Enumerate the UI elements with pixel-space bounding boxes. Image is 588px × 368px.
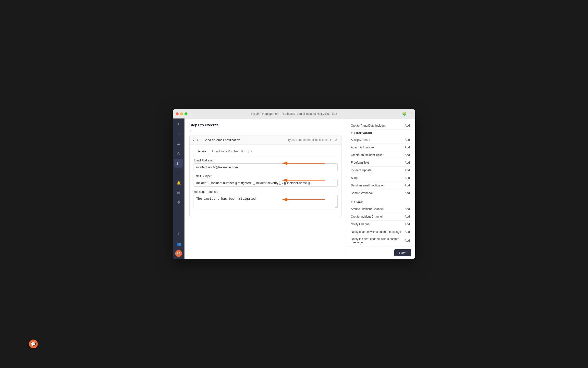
message-template-label: Message Template <box>194 190 338 194</box>
titlebar-actions: 🧩 ⋮ <box>402 112 412 116</box>
slack-category-header[interactable]: ∨ Slack <box>351 199 411 205</box>
tab-details[interactable]: Details <box>194 148 209 155</box>
sidebar-item-runbooks[interactable]: ▤ <box>174 159 183 168</box>
puzzle-icon[interactable]: 🧩 <box>402 112 406 116</box>
help-icon: ? <box>178 231 180 235</box>
action-incident-update: Incident Update Add <box>351 167 411 174</box>
more-icon[interactable]: ⋮ <box>408 112 412 116</box>
email-subject-input[interactable] <box>194 179 338 187</box>
right-panel-footer: Save <box>347 247 415 259</box>
sidebar-item-cloud[interactable]: ☁ <box>174 139 183 148</box>
chevron-right-icon: › <box>178 122 179 126</box>
step-item: ∨ 1 Type: Send an email notification » ×… <box>189 135 342 216</box>
sidebar-item-help[interactable]: ? <box>174 229 183 238</box>
window-title: Incident management · Runbooks · Email I… <box>251 112 337 116</box>
firehydrant-category-header[interactable]: ∨ FireHydrant <box>351 130 411 136</box>
slack-actions-list: Archive Incident Channel Add Create Inci… <box>351 205 411 246</box>
main-layout: › ⌂ ☁ ◎ ▤ ⑂ 🔔 ⊞ ⚙ <box>173 118 415 259</box>
app-window: Incident management · Runbooks · Email I… <box>173 109 415 259</box>
traffic-light-yellow[interactable] <box>180 112 183 115</box>
script-add-btn[interactable]: Add <box>403 176 411 180</box>
right-panel: Create PagerDuty Incident Add ∨ FireHydr… <box>347 118 415 259</box>
tab-conditions[interactable]: Conditions & scheduling i <box>209 148 255 155</box>
send-webhook-name: Send A Webhook <box>351 191 373 195</box>
action-notify-custom: Notify channel with a custom message Add <box>351 228 411 236</box>
sidebar-item-team[interactable]: 👥 <box>174 240 183 249</box>
sidebar-item-monitoring[interactable]: ◎ <box>174 149 183 158</box>
notify-incident-custom-name: Notify incident channel with a custom me… <box>351 237 403 244</box>
script-name: Script <box>351 176 358 180</box>
attach-runbook-add-btn[interactable]: Add <box>403 145 411 150</box>
sidebar-item-settings[interactable]: ⚙ <box>174 198 183 207</box>
action-archive-channel: Archive Incident Channel Add <box>351 205 411 213</box>
sidebar-toggle[interactable]: › <box>174 120 183 127</box>
create-channel-name: Create Incident Channel <box>351 215 382 218</box>
firehydrant-chevron-icon: ∨ <box>351 131 353 134</box>
action-send-email: Send an email notification Add <box>351 182 411 189</box>
step-type-link[interactable]: » <box>330 138 332 142</box>
step-chevron-icon[interactable]: ∨ <box>193 138 195 142</box>
right-panel-content: Create PagerDuty Incident Add ∨ FireHydr… <box>347 118 415 247</box>
category-slack: ∨ Slack Archive Incident Channel Add Cre… <box>351 199 411 246</box>
traffic-light-red[interactable] <box>176 112 179 115</box>
action-send-webhook: Send A Webhook Add <box>351 189 411 197</box>
notify-channel-add-btn[interactable]: Add <box>403 222 411 226</box>
circle-icon: ◎ <box>177 151 180 155</box>
action-create-ticket: Create an Incident Ticket Add <box>351 151 411 159</box>
team-icon: 👥 <box>177 242 181 246</box>
email-address-input[interactable] <box>194 163 338 171</box>
step-number: 1 <box>197 138 201 142</box>
notify-channel-name: Notify Channel <box>351 223 370 226</box>
user-avatar[interactable]: SB <box>175 250 182 257</box>
notify-incident-custom-add-btn[interactable]: Add <box>403 238 411 243</box>
runbooks-icon: ▤ <box>177 161 180 165</box>
create-channel-add-btn[interactable]: Add <box>403 214 411 219</box>
slack-category-name: Slack <box>354 200 363 204</box>
conditions-info-icon[interactable]: i <box>248 150 252 153</box>
action-create-channel: Create Incident Channel Add <box>351 213 411 221</box>
sidebar-item-home[interactable]: ⌂ <box>174 129 183 138</box>
archive-channel-add-btn[interactable]: Add <box>403 207 411 211</box>
chat-button[interactable]: 💬 <box>29 340 38 348</box>
action-assign-team: Assign A Team Add <box>351 136 411 144</box>
save-button[interactable]: Save <box>394 249 411 256</box>
step-header: ∨ 1 Type: Send an email notification » × <box>190 135 342 145</box>
bell-icon: 🔔 <box>177 181 181 185</box>
email-address-label: Email Address <box>194 159 338 162</box>
action-script: Script Add <box>351 174 411 182</box>
assign-team-add-btn[interactable]: Add <box>403 138 411 142</box>
message-template-textarea[interactable]: The incident has been mitigated <box>194 195 338 208</box>
action-pagerduty: Create PagerDuty Incident Add <box>351 122 411 130</box>
sidebar-item-integrations[interactable]: ⊞ <box>174 188 183 197</box>
drag-handle: ⠿ <box>189 130 342 133</box>
firehydrant-category-name: FireHydrant <box>354 131 372 135</box>
grid-icon: ⊞ <box>177 191 180 195</box>
send-email-add-btn[interactable]: Add <box>403 183 411 188</box>
pagerduty-add-button[interactable]: Add <box>403 123 411 128</box>
branch-icon: ⑂ <box>178 171 180 175</box>
notify-custom-add-btn[interactable]: Add <box>403 230 411 234</box>
sidebar-item-branches[interactable]: ⑂ <box>174 169 183 177</box>
message-template-group: Message Template The incident has been m… <box>194 190 338 209</box>
chat-icon: 💬 <box>31 342 36 346</box>
settings-icon: ⚙ <box>177 200 180 204</box>
create-ticket-add-btn[interactable]: Add <box>403 153 411 157</box>
sidebar-item-alerts[interactable]: 🔔 <box>174 178 183 187</box>
category-firehydrant: ∨ FireHydrant Assign A Team Add Attach A… <box>351 130 411 197</box>
step-close-button[interactable]: × <box>334 137 339 142</box>
send-webhook-add-btn[interactable]: Add <box>403 191 411 195</box>
tabs: Details Conditions & scheduling i <box>194 148 338 155</box>
freeform-text-add-btn[interactable]: Add <box>403 160 411 165</box>
action-notify-channel: Notify Channel Add <box>351 221 411 228</box>
traffic-lights <box>176 112 187 115</box>
email-subject-group: Email Subject <box>194 174 338 187</box>
traffic-light-green[interactable] <box>184 112 187 115</box>
pagerduty-action-name: Create PagerDuty Incident <box>351 124 385 127</box>
step-name-input[interactable] <box>203 138 286 142</box>
create-ticket-name: Create an Incident Ticket <box>351 153 383 157</box>
send-email-name: Send an email notification <box>351 184 384 187</box>
action-notify-incident-custom: Notify incident channel with a custom me… <box>351 236 411 246</box>
email-subject-label: Email Subject <box>194 174 338 178</box>
step-body: Details Conditions & scheduling i Email … <box>190 145 342 216</box>
incident-update-add-btn[interactable]: Add <box>403 168 411 172</box>
